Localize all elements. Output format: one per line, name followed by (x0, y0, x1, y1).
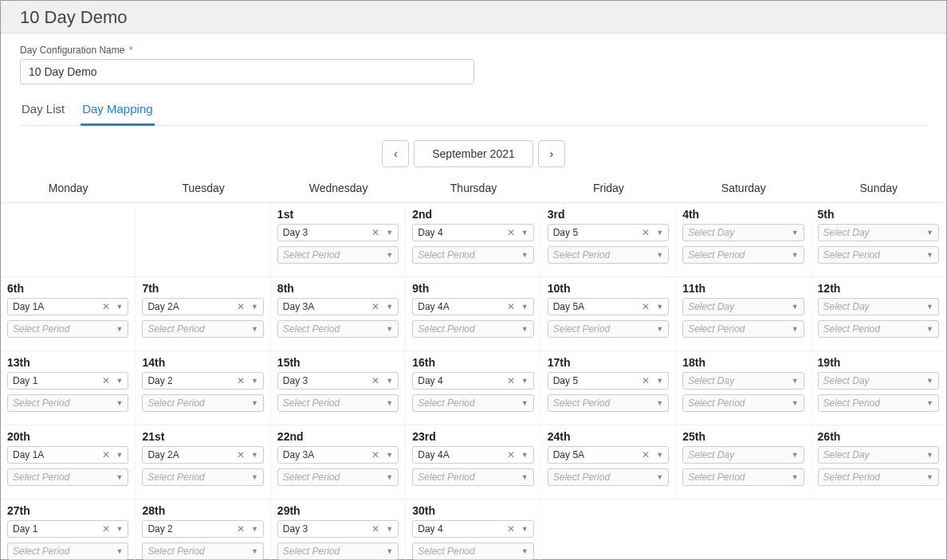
clear-icon[interactable]: ✕ (368, 302, 383, 311)
day-select[interactable]: Select Day▼ (818, 372, 939, 390)
period-select[interactable]: Select Period▼ (818, 394, 939, 412)
day-select[interactable]: Select Day▼ (818, 224, 939, 241)
clear-icon[interactable]: ✕ (368, 524, 383, 534)
day-select[interactable]: Day 5✕▼ (548, 224, 669, 241)
period-select[interactable]: Select Period▼ (412, 468, 533, 486)
config-name-input[interactable] (20, 59, 474, 84)
date-label: 19th (818, 356, 939, 369)
clear-icon[interactable]: ✕ (368, 228, 383, 237)
clear-icon[interactable]: ✕ (99, 450, 113, 460)
clear-icon[interactable]: ✕ (504, 376, 518, 386)
day-select[interactable]: Day 4A✕▼ (412, 446, 533, 464)
calendar-cell (136, 203, 270, 277)
day-select[interactable]: Day 5A✕▼ (548, 446, 669, 464)
clear-icon[interactable]: ✕ (639, 450, 653, 460)
day-select[interactable]: Day 4✕▼ (412, 372, 533, 390)
period-select[interactable]: Select Period▼ (7, 394, 128, 412)
tab-day-mapping[interactable]: Day Mapping (81, 97, 154, 126)
clear-icon[interactable]: ✕ (639, 228, 653, 237)
day-select-value: Day 3 (283, 375, 369, 386)
period-select[interactable]: Select Period▼ (277, 246, 399, 264)
day-select[interactable]: Day 1✕▼ (7, 372, 128, 390)
period-select[interactable]: Select Period▼ (818, 246, 939, 264)
caret-down-icon: ▼ (518, 525, 529, 533)
period-select[interactable]: Select Period▼ (277, 394, 399, 412)
clear-icon[interactable]: ✕ (504, 302, 518, 311)
clear-icon[interactable]: ✕ (234, 524, 248, 534)
period-select[interactable]: Select Period▼ (548, 468, 669, 486)
period-select[interactable]: Select Period▼ (277, 320, 399, 338)
day-select[interactable]: Day 5✕▼ (548, 372, 669, 390)
clear-icon[interactable]: ✕ (504, 228, 518, 237)
period-select[interactable]: Select Period▼ (7, 542, 128, 560)
day-select[interactable]: Day 4A✕▼ (412, 298, 533, 315)
period-select[interactable]: Select Period▼ (412, 542, 533, 560)
period-select[interactable]: Select Period▼ (548, 394, 669, 412)
day-select[interactable]: Day 4✕▼ (412, 520, 533, 538)
day-select[interactable]: Day 3A✕▼ (277, 446, 399, 464)
period-select[interactable]: Select Period▼ (548, 320, 669, 338)
day-select[interactable]: Day 1A✕▼ (7, 446, 128, 464)
day-select[interactable]: Day 2✕▼ (142, 520, 263, 538)
period-select[interactable]: Select Period▼ (818, 320, 939, 338)
period-select[interactable]: Select Period▼ (412, 246, 533, 264)
day-select[interactable]: Day 1✕▼ (7, 520, 128, 538)
clear-icon[interactable]: ✕ (504, 524, 518, 534)
period-select[interactable]: Select Period▼ (682, 394, 804, 412)
day-select[interactable]: Day 4✕▼ (412, 224, 533, 241)
day-select[interactable]: Day 3✕▼ (277, 224, 399, 241)
clear-icon[interactable]: ✕ (99, 302, 113, 311)
period-select-placeholder: Select Period (147, 323, 248, 335)
caret-down-icon: ▼ (113, 325, 124, 333)
day-select-value: Day 1 (13, 375, 99, 386)
day-select[interactable]: Select Day▼ (682, 372, 804, 390)
clear-icon[interactable]: ✕ (504, 450, 518, 460)
caret-down-icon: ▼ (248, 303, 258, 311)
prev-month-button[interactable]: ‹ (382, 140, 409, 167)
clear-icon[interactable]: ✕ (99, 376, 113, 386)
day-select[interactable]: Day 3A✕▼ (277, 298, 399, 315)
tab-day-list[interactable]: Day List (20, 97, 66, 126)
day-select[interactable]: Select Day▼ (682, 298, 804, 315)
period-select[interactable]: Select Period▼ (277, 542, 399, 560)
period-select[interactable]: Select Period▼ (277, 468, 399, 486)
day-select[interactable]: Day 1A✕▼ (7, 298, 128, 315)
period-select[interactable]: Select Period▼ (682, 246, 804, 264)
caret-down-icon: ▼ (788, 473, 799, 481)
day-select[interactable]: Day 3✕▼ (277, 372, 399, 390)
period-select[interactable]: Select Period▼ (818, 468, 939, 486)
day-select[interactable]: Day 2✕▼ (142, 372, 263, 390)
clear-icon[interactable]: ✕ (639, 376, 653, 386)
clear-icon[interactable]: ✕ (368, 376, 383, 386)
caret-down-icon: ▼ (923, 451, 933, 459)
clear-icon[interactable]: ✕ (234, 302, 248, 311)
period-select[interactable]: Select Period▼ (142, 542, 263, 560)
day-select[interactable]: Day 3✕▼ (277, 520, 399, 538)
period-select[interactable]: Select Period▼ (412, 320, 533, 338)
period-select[interactable]: Select Period▼ (7, 468, 128, 486)
day-select[interactable]: Select Day▼ (682, 224, 804, 241)
period-select[interactable]: Select Period▼ (682, 468, 804, 486)
period-select[interactable]: Select Period▼ (7, 320, 128, 338)
clear-icon[interactable]: ✕ (368, 450, 383, 460)
clear-icon[interactable]: ✕ (234, 450, 248, 460)
period-select[interactable]: Select Period▼ (142, 394, 263, 412)
day-select[interactable]: Select Day▼ (818, 446, 939, 464)
next-month-button[interactable]: › (538, 140, 565, 167)
day-select[interactable]: Day 2A✕▼ (142, 298, 263, 315)
clear-icon[interactable]: ✕ (639, 302, 653, 311)
day-select[interactable]: Select Day▼ (818, 298, 939, 315)
period-select[interactable]: Select Period▼ (142, 320, 263, 338)
day-select-value: Day 2 (147, 523, 234, 535)
month-label[interactable]: September 2021 (414, 140, 533, 167)
period-select[interactable]: Select Period▼ (682, 320, 804, 338)
clear-icon[interactable]: ✕ (234, 376, 248, 386)
period-select[interactable]: Select Period▼ (412, 394, 533, 412)
period-select[interactable]: Select Period▼ (548, 246, 669, 264)
period-select[interactable]: Select Period▼ (142, 468, 263, 486)
day-select[interactable]: Day 2A✕▼ (142, 446, 263, 464)
day-select[interactable]: Select Day▼ (682, 446, 804, 464)
period-select-placeholder: Select Period (283, 249, 383, 260)
day-select[interactable]: Day 5A✕▼ (548, 298, 669, 315)
clear-icon[interactable]: ✕ (99, 524, 113, 534)
